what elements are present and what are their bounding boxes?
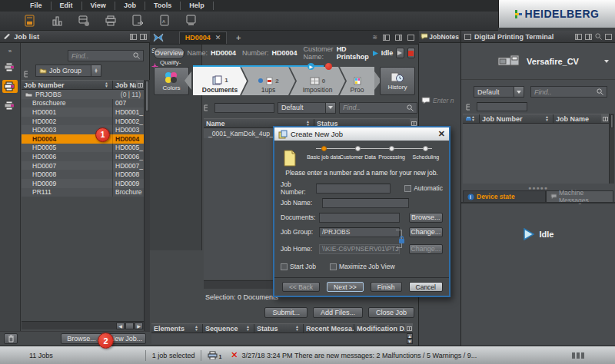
doc-import-icon[interactable] xyxy=(131,15,145,27)
tree-expand-icon[interactable] xyxy=(466,104,474,111)
new-job-icon[interactable] xyxy=(23,15,37,27)
col-device-icon[interactable]: ▲▼ xyxy=(463,114,480,123)
tree-expand-icon[interactable] xyxy=(204,104,211,111)
error-x-icon[interactable]: ✕ xyxy=(231,350,238,360)
column-config-icon[interactable] xyxy=(405,324,413,333)
col-sequence[interactable]: Sequence▲▼ xyxy=(203,324,254,333)
scroll-right-icon[interactable]: ▶ xyxy=(135,323,143,329)
next-button[interactable]: Next >> xyxy=(327,282,364,292)
col-job-number[interactable]: Job Number▲▼ xyxy=(480,114,554,123)
split-panel-icon[interactable] xyxy=(395,35,402,41)
finish-button[interactable]: Finish xyxy=(371,282,402,292)
collapse-arrow-icon[interactable]: » xyxy=(8,48,12,55)
sort-icon[interactable]: ▲▼ xyxy=(105,82,110,88)
col-el-status[interactable]: Status▲▼ xyxy=(254,324,304,333)
pin-panel-icon[interactable] xyxy=(130,34,137,40)
tab-device-state[interactable]: i Device state xyxy=(463,190,546,202)
zoom-panel-icon[interactable] xyxy=(595,33,602,40)
printer-filter-1-icon[interactable] xyxy=(2,61,18,74)
scroll-up-icon[interactable]: ▲ xyxy=(407,333,413,339)
menu-edit[interactable]: Edit xyxy=(52,2,82,10)
chevron-down-icon[interactable]: ≋ xyxy=(372,34,377,41)
view-preset-selector[interactable]: Default xyxy=(278,102,336,114)
dialog-title-bar[interactable]: Create New Job ✕ xyxy=(274,127,449,141)
maximize-job-view-checkbox[interactable]: Maximize Job View xyxy=(330,263,395,270)
filter-input[interactable] xyxy=(214,103,274,113)
submit-button[interactable]: Submit... xyxy=(264,307,308,318)
job-row[interactable]: HD0008HD0008 xyxy=(22,170,144,179)
browse-documents-button[interactable]: Browse... xyxy=(409,213,443,223)
dpt-search-input[interactable]: Find.. xyxy=(530,86,607,98)
documents-search-input[interactable]: Find.. xyxy=(339,102,417,114)
col-recent-message[interactable]: Recent Messa...▲▼ xyxy=(304,324,354,333)
job-list-hscrollbar[interactable]: ◀ ▶ xyxy=(22,321,144,329)
job-row[interactable]: HD0007HD0007_ xyxy=(22,161,144,170)
col-modification-date[interactable]: Modification D...▲▼ xyxy=(354,324,405,333)
printer-filter-3-icon[interactable] xyxy=(2,99,18,112)
job-group-input[interactable]: /PRJOBS xyxy=(319,227,400,237)
device-selector-row[interactable]: Versafire_CV xyxy=(461,43,615,80)
col-job-number[interactable]: Job Number ▲▼ xyxy=(22,81,113,89)
scroll-thumb[interactable] xyxy=(125,323,134,329)
browse-button[interactable]: Browse... xyxy=(61,333,102,344)
job-row[interactable]: HD0001HD0001_ xyxy=(22,108,144,117)
start-job-checkbox[interactable]: Start Job xyxy=(281,263,316,270)
automatic-checkbox[interactable]: Automatic xyxy=(404,184,443,192)
pin-panel-icon[interactable] xyxy=(575,34,582,40)
col-job-name[interactable]: Job Name xyxy=(113,81,136,89)
job-name-input[interactable] xyxy=(322,198,409,208)
back-button[interactable]: << Back xyxy=(282,282,320,292)
job-notes-body[interactable]: Enter n xyxy=(419,43,460,104)
chart-icon[interactable] xyxy=(50,15,64,27)
menu-help[interactable]: Help xyxy=(181,2,214,10)
change-job-group-button[interactable]: Change... xyxy=(409,227,443,237)
step-documents[interactable]: 1 Documents xyxy=(193,67,247,95)
dpt-view-preset-selector[interactable]: Default xyxy=(474,86,524,98)
menu-tools[interactable]: Tools xyxy=(145,2,181,10)
trash-icon[interactable] xyxy=(4,333,18,344)
overview-button[interactable]: Overview xyxy=(154,48,184,59)
tab-hd0004[interactable]: HD0004 ✕ xyxy=(179,31,227,44)
add-files-button[interactable]: Add Files... xyxy=(313,307,363,318)
stop-processing-button[interactable] xyxy=(407,48,415,58)
tab-machine-messages[interactable]: Machine Messages xyxy=(546,190,613,202)
job-number-input[interactable] xyxy=(316,184,391,194)
new-tab-icon[interactable]: + xyxy=(236,33,241,42)
printer-filter-2-icon[interactable] xyxy=(2,80,18,93)
job-row-selected[interactable]: HD0004HD0004 xyxy=(22,134,144,144)
close-dialog-icon[interactable]: ✕ xyxy=(438,129,445,139)
detach-panel-icon[interactable] xyxy=(605,34,612,40)
column-config-icon[interactable] xyxy=(136,81,144,89)
menu-view[interactable]: View xyxy=(82,2,115,10)
job-row[interactable]: HD0002HD0002_ xyxy=(22,117,144,126)
dpt-filter-input[interactable] xyxy=(477,102,527,111)
menu-job[interactable]: Job xyxy=(115,2,145,10)
printer-icon[interactable] xyxy=(104,15,118,27)
menu-file[interactable]: File xyxy=(22,2,52,10)
job-group-selector[interactable]: Job Group ▲▼ xyxy=(35,65,101,77)
history-button[interactable]: History xyxy=(380,67,415,95)
dpt-vscrollbar[interactable] xyxy=(609,114,614,184)
job-list-vscrollbar[interactable] xyxy=(144,80,150,352)
start-processing-button[interactable] xyxy=(396,48,404,58)
col-elements[interactable]: Elements▲▼ xyxy=(151,324,203,333)
tree-expand-icon[interactable] xyxy=(24,67,32,81)
job-group-row[interactable]: PRJOBS (0 | 11) xyxy=(22,90,144,99)
server-settings-icon[interactable] xyxy=(77,15,91,27)
cancel-button[interactable]: Cancel xyxy=(409,282,443,292)
detach-panel-icon[interactable] xyxy=(407,35,414,41)
job-list-search-input[interactable]: Find.. xyxy=(68,50,144,61)
elements-scrollbar[interactable]: ▲ ▼ xyxy=(407,333,413,344)
job-row[interactable]: HD0005HD0005_ xyxy=(22,144,144,153)
col-job-name[interactable]: Job Name xyxy=(554,114,601,123)
close-tab-icon[interactable]: ✕ xyxy=(215,34,221,41)
scroll-left-icon[interactable]: ◀ xyxy=(116,323,125,329)
status-message[interactable]: 3/27/18 3:24 PM There are new messages: … xyxy=(242,352,477,359)
scroll-down-icon[interactable]: ▼ xyxy=(407,339,413,344)
step-1ups[interactable]: 2 1ups xyxy=(241,67,295,95)
colors-step-button[interactable]: Colors xyxy=(154,67,189,95)
pin-panel-icon[interactable] xyxy=(383,35,390,41)
job-row[interactable]: Broschuere007 xyxy=(22,99,144,108)
detach-panel-icon[interactable] xyxy=(140,34,147,40)
printer-queue-indicator[interactable]: 1 xyxy=(208,351,221,359)
